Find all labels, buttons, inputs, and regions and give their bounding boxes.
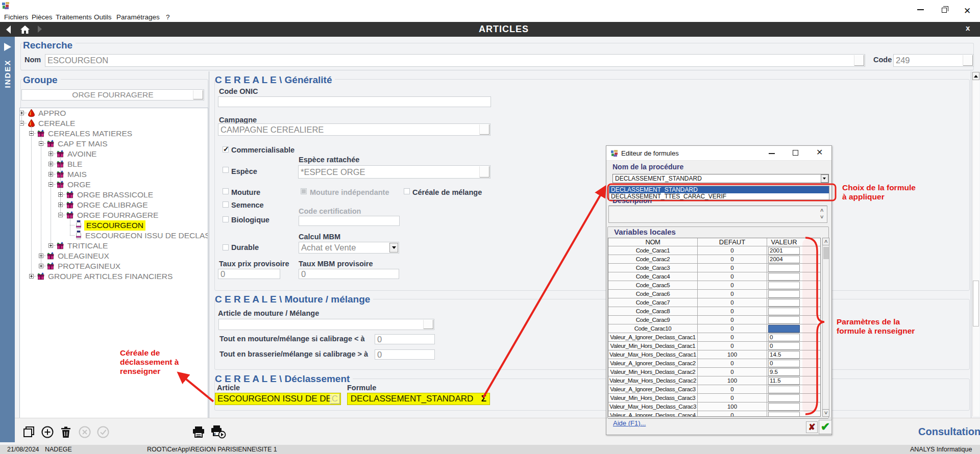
svg-text:E: E — [213, 432, 216, 437]
